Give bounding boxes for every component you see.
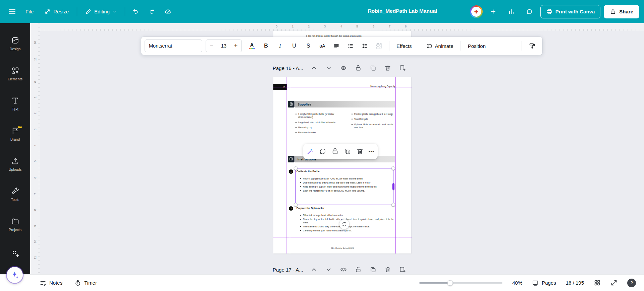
magic-edit-button[interactable] — [307, 148, 314, 155]
page-16-control-bar: Page 16 - A... — [273, 63, 406, 73]
top-bar: File Resize Editing — [0, 0, 644, 23]
ruler-number: 4 — [340, 24, 342, 28]
help-button[interactable]: ? — [627, 279, 636, 287]
ruler-number: 10 — [33, 41, 37, 45]
underline-button[interactable]: U — [287, 39, 301, 53]
topbar-right-group: ✚ Print with Canva Shar — [470, 0, 639, 23]
share-button[interactable]: Share — [604, 5, 639, 18]
move-page-down-button[interactable] — [325, 65, 332, 71]
resize-handle-top-left[interactable] — [294, 166, 298, 170]
step-2-title[interactable]: Prepare the Spirometer — [297, 207, 324, 210]
move-page-up-button[interactable] — [311, 65, 317, 71]
italic-button[interactable]: I — [273, 39, 287, 53]
save-status-button[interactable] — [161, 4, 175, 19]
redo-button[interactable] — [145, 4, 159, 19]
pages-view-button[interactable]: Pages — [532, 280, 556, 286]
page-16-title[interactable]: Page 16 - A... — [273, 65, 303, 71]
font-size-increase-button[interactable]: + — [230, 40, 241, 52]
text-case-button[interactable]: aA — [316, 39, 329, 53]
font-family-select[interactable]: Montserrat — [145, 40, 202, 52]
resize-handle-bottom-right[interactable] — [391, 203, 395, 207]
comments-button[interactable] — [522, 4, 537, 19]
copy-style-button[interactable] — [526, 39, 539, 53]
duplicate-page-button[interactable] — [370, 266, 376, 273]
lock-page-button[interactable] — [355, 65, 362, 71]
zoom-slider[interactable] — [419, 280, 502, 286]
resize-handle-bottom-left[interactable] — [294, 203, 298, 207]
font-size-value[interactable]: 13 — [217, 43, 230, 49]
strikethrough-button[interactable]: S — [302, 39, 315, 53]
timer-button[interactable]: Timer — [74, 280, 97, 286]
rotate-handle[interactable] — [339, 219, 349, 229]
account-avatar[interactable]: ✚ — [470, 5, 483, 18]
elements-icon — [11, 66, 19, 75]
step-bullet-text: The open end should stay underwater—this… — [303, 225, 370, 228]
file-menu-button[interactable]: File — [21, 4, 38, 19]
comment-button[interactable] — [319, 148, 326, 155]
page-footer-text[interactable]: ©Dr. Robin's School 2025 — [273, 247, 411, 249]
sidebar-item-design[interactable]: Design — [1, 28, 30, 59]
margin-guide-horizontal — [273, 237, 412, 237]
main-menu-button[interactable] — [5, 4, 19, 19]
duplicate-page-button[interactable] — [370, 65, 376, 71]
print-with-canva-button[interactable]: Print with Canva — [540, 5, 601, 18]
zoom-slider-thumb[interactable] — [447, 280, 453, 286]
text-color-button[interactable]: A — [245, 39, 259, 53]
insights-button[interactable] — [504, 4, 519, 19]
sidebar-item-projects[interactable]: Projects — [1, 209, 30, 239]
more-options-button[interactable]: ••• — [369, 149, 374, 154]
folder-icon — [11, 217, 19, 225]
grid-view-button[interactable] — [594, 279, 601, 286]
fullscreen-button[interactable] — [610, 279, 618, 286]
notes-icon — [40, 280, 46, 286]
transparency-button[interactable] — [372, 39, 385, 53]
pages-label: Pages — [542, 280, 556, 286]
sidebar-item-uploads[interactable]: Uploads — [1, 149, 30, 179]
resize-handle-top-right[interactable] — [391, 166, 395, 170]
sidebar-item-apps[interactable] — [1, 239, 30, 270]
supplies-heading-bar[interactable]: Supplies — [295, 101, 395, 107]
preview-page-button[interactable] — [340, 65, 347, 71]
sidebar-item-brand[interactable]: Brand — [1, 119, 30, 149]
delete-button[interactable] — [356, 148, 364, 155]
delete-page-button[interactable] — [384, 65, 391, 71]
ruler-number: 11 — [33, 256, 37, 260]
sidebar-label: Text — [12, 107, 18, 111]
resize-button[interactable]: Resize — [40, 4, 73, 19]
position-button[interactable]: Position — [465, 39, 489, 53]
text-selection-box[interactable] — [296, 168, 393, 205]
animate-button[interactable]: Animate — [423, 39, 457, 53]
add-page-button[interactable] — [399, 266, 406, 273]
sidebar-item-elements[interactable]: Elements — [1, 59, 30, 89]
add-member-button[interactable] — [486, 4, 501, 19]
effects-button[interactable]: Effects — [393, 39, 415, 53]
horizontal-ruler[interactable]: 0 1 2 3 4 5 6 7 8 — [40, 23, 644, 31]
bar-chart-icon — [508, 8, 515, 15]
list-button[interactable] — [344, 39, 357, 53]
delete-page-button[interactable] — [384, 266, 391, 273]
sidebar-item-tools[interactable]: Tools — [1, 179, 30, 209]
spacing-button[interactable] — [358, 39, 371, 53]
add-page-button[interactable] — [399, 65, 406, 71]
font-size-decrease-button[interactable]: − — [206, 40, 217, 52]
unlock-button[interactable] — [331, 148, 339, 155]
supplies-list[interactable]: 1 empty 2-liter plastic bottle (or simil… — [296, 113, 396, 134]
move-page-up-button[interactable] — [311, 266, 317, 273]
lock-page-button[interactable] — [355, 266, 362, 273]
zoom-level[interactable]: 40% — [512, 280, 522, 286]
document-title[interactable]: Robin_MedPath Lab Manual — [368, 8, 437, 14]
editing-mode-button[interactable]: Editing — [80, 4, 121, 19]
vertical-ruler[interactable]: 10 11 0 1 2 3 4 5 6 7 8 9 10 11 — [30, 23, 40, 274]
duplicate-button[interactable] — [344, 148, 351, 155]
undo-button[interactable] — [128, 4, 143, 19]
preview-page-button[interactable] — [340, 266, 347, 273]
bold-button[interactable]: B — [259, 39, 273, 53]
alignment-button[interactable] — [330, 39, 343, 53]
move-page-down-button[interactable] — [325, 266, 332, 273]
notes-button[interactable]: Notes — [40, 280, 62, 286]
instructions-section-icon — [288, 156, 294, 162]
sidebar-item-text[interactable]: Text — [1, 89, 30, 119]
page-17-title[interactable]: Page 17 - A... — [273, 267, 303, 273]
canva-ai-button[interactable] — [7, 267, 23, 283]
resize-handle-right-middle[interactable] — [392, 183, 394, 190]
